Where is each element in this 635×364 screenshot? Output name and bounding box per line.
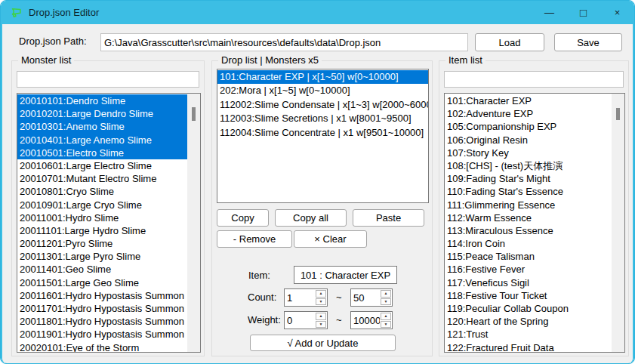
spin-down-icon[interactable]: ▼: [381, 321, 391, 329]
list-item[interactable]: 107:Story Key: [445, 147, 612, 159]
monster-listbox: 20010101:Dendro Slime20010201:Large Dend…: [17, 93, 201, 353]
list-item[interactable]: 20011001:Hydro Slime: [17, 211, 187, 224]
list-item[interactable]: 20011301:Large Pyro Slime: [17, 250, 187, 263]
paste-button[interactable]: Paste: [353, 209, 424, 227]
list-item[interactable]: 118:Festive Tour Ticket: [445, 289, 612, 302]
weight-max-stepper[interactable]: 10000 ▲ ▼: [350, 311, 393, 329]
add-or-update-button[interactable]: √ Add or Update: [250, 335, 396, 351]
spin-up-icon[interactable]: ▲: [316, 313, 326, 320]
list-item[interactable]: 20011601:Hydro Hypostasis Summon: [17, 289, 187, 302]
list-item[interactable]: 117:Veneficus Sigil: [445, 276, 612, 289]
drop-list-panel: Drop list | Monsters x5 101:Character EX…: [211, 60, 433, 356]
list-item[interactable]: 20010701:Mutant Electro Slime: [17, 172, 187, 185]
count-label: Count:: [248, 292, 276, 303]
list-item[interactable]: 116:Festive Fever: [445, 263, 612, 276]
list-item[interactable]: 20010601:Large Electro Slime: [17, 159, 187, 172]
save-button[interactable]: Save: [554, 33, 622, 51]
window-title: Drop.json Editor: [29, 7, 99, 18]
count-max-value[interactable]: 50: [351, 289, 380, 306]
megaphone-icon: [8, 5, 23, 20]
item-field[interactable]: 101 : Character EXP: [294, 266, 397, 284]
count-tilde: ~: [336, 292, 342, 303]
list-item[interactable]: 20010301:Anemo Slime: [17, 120, 187, 133]
window-controls: — □ ×: [532, 1, 634, 24]
title-bar: Drop.json Editor — □ ×: [1, 1, 634, 24]
weight-min-stepper[interactable]: 0 ▲ ▼: [284, 311, 328, 329]
list-item[interactable]: 115:Peace Talisman: [445, 250, 612, 263]
list-item[interactable]: 101:Character EXP: [445, 94, 612, 107]
count-min-value[interactable]: 1: [285, 289, 315, 306]
list-item[interactable]: 112:Warm Essence: [445, 211, 612, 224]
list-item[interactable]: 106:Original Resin: [445, 134, 612, 147]
count-max-stepper[interactable]: 50 ▲ ▼: [350, 288, 393, 307]
list-item[interactable]: 20010401:Large Anemo Slime: [17, 134, 187, 147]
list-item[interactable]: 102:Adventure EXP: [445, 107, 612, 120]
list-item[interactable]: 111:Glimmering Essence: [445, 199, 612, 211]
drop-list: 101:Character EXP | x[1~50] w[0~10000]20…: [217, 69, 428, 202]
item-list-title: Item list: [445, 54, 485, 66]
item-list-scrollbar[interactable]: [612, 94, 624, 352]
scrollbar-thumb[interactable]: [192, 107, 196, 121]
clear-button[interactable]: × Clear: [294, 230, 367, 248]
list-item[interactable]: 119:Peculiar Collab Coupon: [445, 302, 612, 315]
path-input[interactable]: [100, 33, 468, 51]
item-list-panel: Item list 101:Character EXP102:Adventure…: [439, 60, 629, 356]
drop-list-title: Drop list | Monsters x5: [218, 54, 322, 66]
monster-search-input[interactable]: [17, 71, 199, 88]
close-icon[interactable]: ×: [600, 1, 634, 24]
item-search-input[interactable]: [444, 71, 624, 88]
list-item[interactable]: 101:Character EXP | x[1~50] w[0~10000]: [217, 70, 428, 84]
list-item[interactable]: 20011501:Large Geo Slime: [17, 276, 187, 289]
weight-tilde: ~: [336, 314, 342, 325]
weight-label: Weight:: [248, 314, 281, 325]
list-item[interactable]: 20020101:Eye of the Storm: [17, 341, 187, 352]
list-item[interactable]: 113:Miraculous Essence: [445, 224, 612, 237]
list-item[interactable]: 20011201:Pyro Slime: [17, 237, 187, 250]
list-item[interactable]: 20010201:Large Dendro Slime: [17, 107, 187, 120]
list-item[interactable]: 105:Companionship EXP: [445, 120, 612, 133]
weight-max-value[interactable]: 10000: [351, 312, 380, 329]
list-item[interactable]: 20011101:Large Hydro Slime: [17, 224, 187, 237]
list-item[interactable]: 112002:Slime Condensate | x[1~3] w[2000~…: [217, 98, 428, 112]
list-item[interactable]: 121:Trust: [445, 328, 612, 341]
spin-down-icon[interactable]: ▼: [316, 298, 326, 306]
list-item[interactable]: 110:Fading Star's Essence: [445, 185, 612, 198]
item-label: Item:: [248, 270, 270, 281]
monster-list-title: Monster list: [18, 54, 74, 66]
spin-down-icon[interactable]: ▼: [381, 298, 391, 306]
list-item[interactable]: 20010501:Electro Slime: [17, 147, 187, 159]
weight-min-value[interactable]: 0: [285, 312, 315, 329]
item-list: 101:Character EXP102:Adventure EXP105:Co…: [445, 94, 612, 352]
monster-list: 20010101:Dendro Slime20010201:Large Dend…: [17, 94, 187, 352]
list-item[interactable]: 202:Mora | x[1~5] w[0~10000]: [217, 84, 428, 97]
scrollbar-thumb[interactable]: [616, 108, 620, 120]
list-item[interactable]: 109:Fading Star's Might: [445, 172, 612, 185]
copy-all-button[interactable]: Copy all: [275, 209, 347, 227]
list-item[interactable]: 20011401:Geo Slime: [17, 263, 187, 276]
list-item[interactable]: 20011901:Hydro Hypostasis Summon: [17, 328, 187, 341]
list-item[interactable]: 112004:Slime Concentrate | x1 w[9501~100…: [217, 126, 428, 140]
spin-up-icon[interactable]: ▲: [381, 290, 391, 298]
minimize-icon[interactable]: —: [532, 1, 566, 24]
list-item[interactable]: 112003:Slime Secretions | x1 w[8001~9500…: [217, 112, 428, 125]
spin-up-icon[interactable]: ▲: [381, 313, 391, 320]
list-item[interactable]: 20011801:Hydro Hypostasis Summon: [17, 315, 187, 328]
list-item[interactable]: 20010901:Large Cryo Slime: [17, 199, 187, 211]
list-item[interactable]: 20011701:Hydro Hypostasis Summon: [17, 302, 187, 315]
list-item[interactable]: 114:Iron Coin: [445, 237, 612, 250]
list-item[interactable]: 108:[CHS] - (test)天体推演: [445, 159, 612, 172]
list-item[interactable]: 122:Fractured Fruit Data: [445, 341, 612, 352]
maximize-icon[interactable]: □: [566, 1, 600, 24]
remove-button[interactable]: - Remove: [217, 230, 292, 248]
copy-button[interactable]: Copy: [217, 209, 269, 227]
list-item[interactable]: 20010101:Dendro Slime: [17, 94, 187, 107]
load-button[interactable]: Load: [475, 33, 544, 51]
list-item[interactable]: 120:Heart of the Spring: [445, 315, 612, 328]
path-label: Drop.json Path:: [19, 35, 87, 47]
list-item[interactable]: 20010801:Cryo Slime: [17, 185, 187, 198]
count-min-stepper[interactable]: 1 ▲ ▼: [284, 288, 328, 307]
monster-list-scrollbar[interactable]: [187, 94, 200, 352]
drop-listbox: 101:Character EXP | x[1~50] w[0~10000]20…: [217, 69, 429, 203]
spin-up-icon[interactable]: ▲: [316, 290, 326, 298]
spin-down-icon[interactable]: ▼: [316, 321, 326, 329]
